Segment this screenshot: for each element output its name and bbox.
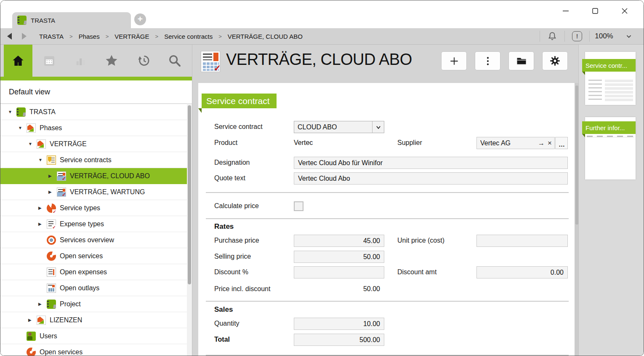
tree-item-label: Users <box>40 332 57 340</box>
thumbnail-further-information-banner[interactable]: Further infor... <box>582 121 636 134</box>
tree-item-11[interactable]: Open outlays <box>0 280 187 296</box>
minimize-button[interactable] <box>559 5 572 17</box>
divider <box>206 218 569 219</box>
tree-indent <box>0 176 48 176</box>
tree-indent <box>0 208 38 208</box>
discount-pct-input[interactable] <box>294 266 384 278</box>
breadcrumb-item-1[interactable]: Phases <box>79 33 100 40</box>
alert-button[interactable]: ! <box>565 28 589 44</box>
breadcrumb-item-3[interactable]: Service contracts <box>164 33 213 40</box>
tree-indent <box>0 192 48 192</box>
tree-expander-icon[interactable]: ▼ <box>38 158 47 162</box>
add-button[interactable] <box>441 51 467 70</box>
divider <box>206 355 569 356</box>
tree-expander-icon[interactable]: ▼ <box>8 110 16 114</box>
tree-item-5[interactable]: ▶VERTRÄGE, WARTUNG <box>0 184 187 200</box>
thumbnail-banner-fold <box>582 134 585 137</box>
notebook-icon <box>47 300 56 309</box>
breadcrumb-item-2[interactable]: VERTRÄGE <box>114 33 149 40</box>
unit-price-cost-input[interactable] <box>476 235 568 247</box>
tree-item-15[interactable]: Open services <box>0 344 187 356</box>
calendar-tab-button[interactable] <box>35 45 64 77</box>
app-tab-trasta[interactable]: TRASTA <box>12 12 131 28</box>
divider <box>206 192 569 193</box>
supplier-field[interactable]: Vertec AG → × <box>476 137 555 149</box>
plus-icon <box>449 56 460 67</box>
kebab-menu-icon <box>482 56 493 67</box>
tree-expander-icon[interactable]: ▶ <box>38 222 47 226</box>
discount-amt-input[interactable] <box>476 266 568 278</box>
notification-bell-button[interactable] <box>540 28 564 44</box>
tree-expander-icon[interactable]: ▶ <box>48 190 57 194</box>
tree-item-1[interactable]: ▼Phases <box>0 120 187 136</box>
quantity-input[interactable] <box>294 318 384 330</box>
divider <box>206 301 569 302</box>
total-input[interactable] <box>294 334 384 346</box>
tree-item-0[interactable]: ▼TRASTA <box>0 104 187 120</box>
tree-item-2[interactable]: ▼VERTRÄGE <box>0 136 187 152</box>
more-actions-button[interactable] <box>475 51 500 70</box>
clear-x-icon[interactable]: × <box>548 139 552 147</box>
alert-icon: ! <box>572 31 582 41</box>
zoom-dropdown-button[interactable] <box>618 28 639 44</box>
add-tab-button[interactable]: + <box>134 13 146 25</box>
sidebar: Default view ▼TRASTA▼Phases▼VERTRÄGE▼Ser… <box>0 45 192 356</box>
selling-price-input[interactable] <box>294 251 384 263</box>
app-window: TRASTA + TRASTA>Phases>VERTRÄGE>Service … <box>0 0 644 356</box>
search-tab-button[interactable] <box>160 45 189 77</box>
tree-indent <box>0 112 8 112</box>
tree-scrollbar[interactable] <box>187 104 192 356</box>
tree-expander-icon[interactable]: ▶ <box>48 174 57 178</box>
tree-item-9[interactable]: Open services <box>0 248 187 264</box>
tree-item-8[interactable]: Services overview <box>0 232 187 248</box>
close-button[interactable] <box>618 5 631 17</box>
tree-expander-icon[interactable]: ▼ <box>18 126 27 130</box>
breadcrumb-separator: > <box>106 33 109 40</box>
service-contract-dropdown[interactable]: CLOUD ABO <box>294 121 384 133</box>
tree-item-14[interactable]: Users <box>0 328 187 344</box>
settings-button[interactable] <box>542 51 568 70</box>
tree-item-10[interactable]: Open expenses <box>0 264 187 280</box>
tree-item-7[interactable]: ▶Expense types <box>0 216 187 232</box>
tree-expander-icon[interactable]: ▼ <box>28 142 37 146</box>
tree-item-3[interactable]: ▼Service contracts <box>0 152 187 168</box>
tree-item-label: Phases <box>40 124 62 132</box>
sidebar-toolbar <box>0 45 192 77</box>
home-tab-button[interactable] <box>4 45 32 77</box>
chart-tab-button[interactable] <box>66 45 95 77</box>
goto-arrow-icon[interactable]: → <box>538 139 545 147</box>
tree-indent <box>0 320 28 320</box>
window-controls <box>559 5 631 17</box>
favorites-tab-button[interactable] <box>97 45 126 77</box>
tree-item-13[interactable]: ▶LIZENZEN <box>0 312 187 328</box>
tree-item-label: VERTRÄGE, CLOUD ABO <box>70 172 150 180</box>
calculate-price-checkbox[interactable] <box>294 201 303 211</box>
designation-input[interactable] <box>294 157 568 169</box>
bar-chart-icon <box>74 54 87 67</box>
tree-item-4[interactable]: ▶VERTRÄGE, CLOUD ABO <box>0 168 187 184</box>
history-tab-button[interactable] <box>129 45 158 77</box>
quote-text-input[interactable] <box>294 172 568 185</box>
tree-expander-icon[interactable]: ▶ <box>28 318 37 322</box>
tree-scrollbar-thumb[interactable] <box>188 105 191 284</box>
thumbnail-service-contract-banner[interactable]: Service contr... <box>582 59 636 72</box>
purchase-price-input[interactable] <box>294 235 384 247</box>
tree-item-label: Open expenses <box>60 268 107 276</box>
breadcrumb-right-tools: ! 100% <box>540 28 644 44</box>
maximize-button[interactable] <box>589 5 601 17</box>
tree-indent <box>0 144 28 144</box>
tree-item-12[interactable]: ▶Project <box>0 296 187 312</box>
breadcrumb-item-4[interactable]: VERTRÄGE, CLOUD ABO <box>228 33 303 40</box>
supplier-lookup-button[interactable]: … <box>555 137 568 149</box>
tree-expander-icon[interactable]: ▶ <box>38 302 47 306</box>
folder-button[interactable] <box>508 51 534 70</box>
tree-item-6[interactable]: ▶Service types <box>0 200 187 216</box>
breadcrumb-item-0[interactable]: TRASTA <box>39 33 64 40</box>
product-label: Product <box>214 137 237 149</box>
forward-icon[interactable] <box>22 33 27 40</box>
back-icon[interactable] <box>7 33 12 40</box>
tree-expander-icon[interactable]: ▶ <box>38 206 47 210</box>
tree-indent <box>0 352 18 352</box>
zoom-level[interactable]: 100% <box>590 32 618 40</box>
main-scrollbar-thumb[interactable] <box>575 86 578 225</box>
